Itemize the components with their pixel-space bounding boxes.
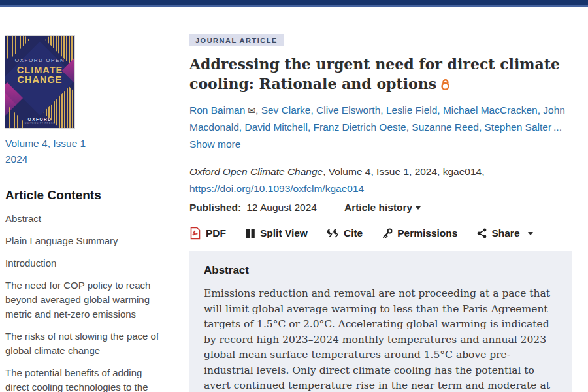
author: Clive Elsworth bbox=[316, 105, 386, 116]
author-link[interactable]: Sev Clarke bbox=[261, 105, 311, 116]
author-link[interactable]: Ron Baiman bbox=[189, 105, 245, 116]
article-contents-heading: Article Contents bbox=[5, 188, 174, 203]
chevron-down-icon bbox=[416, 206, 421, 210]
published-date: 12 August 2024 bbox=[246, 202, 317, 213]
toc-item-cop-policy[interactable]: The need for COP policy to reach beyond … bbox=[5, 278, 167, 321]
author: Sev Clarke bbox=[261, 105, 316, 116]
toc-item-potential-benefits[interactable]: The potential benefits of adding direct … bbox=[5, 366, 167, 392]
author: Ron Baiman✉ bbox=[189, 105, 261, 116]
author-link[interactable]: Stephen Salter bbox=[485, 122, 552, 133]
issue-link-line1[interactable]: Volume 4, Issue 1 bbox=[5, 136, 103, 152]
chevron-down-icon bbox=[528, 232, 533, 235]
author: David Mitchell bbox=[244, 122, 313, 133]
sidebar: OXFORD OPEN CLIMATE CHANGE OXFORD UNIVER… bbox=[5, 36, 174, 392]
share-button-label: Share bbox=[491, 227, 519, 239]
article-history-dropdown[interactable]: Article history bbox=[344, 202, 421, 213]
author-list: Ron Baiman✉Sev ClarkeClive ElsworthLesli… bbox=[189, 102, 572, 153]
article-toolbar: PDF Split View Cite Permissions Share bbox=[189, 227, 572, 240]
table-of-contents: Abstract Plain Language Summary Introduc… bbox=[5, 212, 174, 392]
article-page: OXFORD OPEN CLIMATE CHANGE OXFORD UNIVER… bbox=[0, 0, 588, 392]
pdf-button-label: PDF bbox=[206, 227, 226, 239]
permissions-button[interactable]: Permissions bbox=[382, 227, 457, 239]
split-view-icon bbox=[246, 229, 255, 238]
journal-cover-image[interactable]: OXFORD OPEN CLIMATE CHANGE OXFORD UNIVER… bbox=[5, 36, 74, 128]
published-line: Published:12 August 2024Article history bbox=[189, 202, 572, 214]
toc-item-risks[interactable]: The risks of not slowing the pace of glo… bbox=[5, 329, 167, 358]
citation-journal-name: Oxford Open Climate Change bbox=[189, 166, 323, 177]
publisher-logo: OXFORD bbox=[5, 117, 74, 122]
cite-button-label: Cite bbox=[344, 227, 363, 239]
author: Leslie Field bbox=[386, 105, 443, 116]
author-link[interactable]: Clive Elsworth bbox=[316, 105, 380, 116]
journal-article-badge: JOURNAL ARTICLE bbox=[189, 34, 284, 46]
share-button[interactable]: Share bbox=[477, 227, 532, 239]
abstract-section: Abstract Emissions reduction and removal… bbox=[189, 251, 572, 392]
cite-button[interactable]: Cite bbox=[327, 227, 363, 239]
toc-item-abstract[interactable]: Abstract bbox=[5, 212, 167, 226]
abstract-heading: Abstract bbox=[204, 264, 558, 277]
author-link[interactable]: Michael MacCracken bbox=[443, 105, 538, 116]
author-link[interactable]: David Mitchell bbox=[244, 122, 307, 133]
citation-rest: , Volume 4, Issue 1, 2024, kgae014, bbox=[323, 166, 484, 177]
published-label: Published: bbox=[189, 202, 241, 213]
cover-title-line2: CHANGE bbox=[5, 75, 74, 85]
cover-journal-title: CLIMATE CHANGE bbox=[5, 65, 74, 85]
article-history-label: Article history bbox=[344, 202, 412, 213]
article-title-text: Addressing the urgent need for direct cl… bbox=[189, 56, 560, 92]
toc-item-introduction[interactable]: Introduction bbox=[5, 256, 167, 270]
email-icon[interactable]: ✉ bbox=[248, 105, 255, 116]
abstract-text: Emissions reduction and removal are not … bbox=[204, 286, 558, 392]
article-title: Addressing the urgent need for direct cl… bbox=[189, 54, 572, 95]
site-header-bar bbox=[0, 0, 588, 7]
author-link[interactable]: Suzanne Reed bbox=[412, 122, 479, 133]
citation-line: Oxford Open Climate Change, Volume 4, Is… bbox=[189, 165, 572, 179]
author: Franz Dietrich Oeste bbox=[314, 122, 412, 133]
author-link[interactable]: Franz Dietrich Oeste bbox=[314, 122, 406, 133]
cite-quote-icon bbox=[327, 229, 339, 238]
key-icon bbox=[382, 228, 393, 238]
article-main: JOURNAL ARTICLE Addressing the urgent ne… bbox=[189, 34, 572, 392]
issue-link-line2[interactable]: 2024 bbox=[5, 152, 103, 167]
cover-journal-prefix: OXFORD OPEN bbox=[5, 57, 74, 63]
publisher-logo-sub: UNIVERSITY PRESS bbox=[5, 122, 74, 125]
show-more-link[interactable]: Show more bbox=[189, 136, 572, 153]
author: Michael MacCracken bbox=[443, 105, 543, 116]
pdf-button[interactable]: PDF bbox=[189, 227, 226, 240]
split-view-button[interactable]: Split View bbox=[246, 227, 308, 239]
open-access-icon bbox=[439, 76, 451, 95]
authors-ellipsis: ... bbox=[553, 122, 562, 133]
issue-link[interactable]: Volume 4, Issue 1 2024 bbox=[5, 136, 103, 167]
split-view-button-label: Split View bbox=[260, 227, 308, 239]
permissions-button-label: Permissions bbox=[397, 227, 457, 239]
cover-title-line1: CLIMATE bbox=[5, 65, 74, 75]
author: Suzanne Reed bbox=[412, 122, 484, 133]
toc-item-plain-language-summary[interactable]: Plain Language Summary bbox=[5, 234, 167, 248]
pdf-icon bbox=[189, 227, 201, 240]
author: Stephen Salter... bbox=[485, 122, 562, 133]
doi-link[interactable]: https://doi.org/10.1093/oxfclm/kgae014 bbox=[189, 182, 572, 196]
share-icon bbox=[477, 228, 487, 238]
author-link[interactable]: Leslie Field bbox=[386, 105, 437, 116]
